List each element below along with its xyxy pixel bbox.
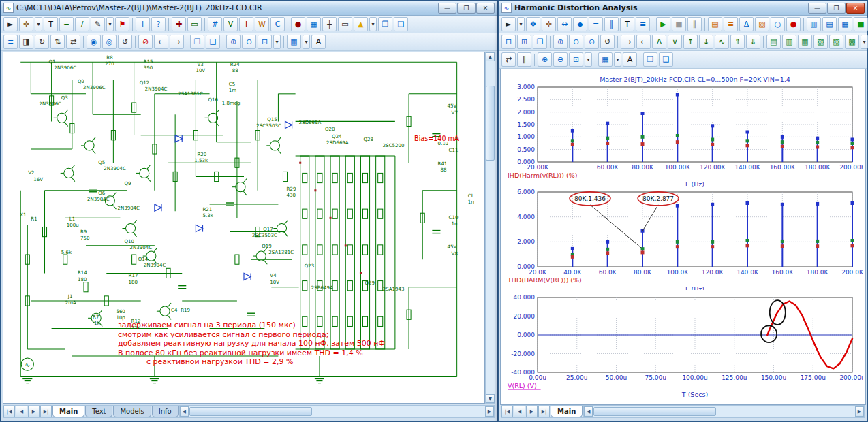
- first-page-button[interactable]: |◀: [3, 406, 15, 417]
- find-next-icon[interactable]: ◎: [102, 35, 117, 49]
- cascade-icon[interactable]: ❐: [533, 35, 547, 49]
- horizontal-tag-icon[interactable]: ═: [589, 17, 603, 31]
- run-icon[interactable]: ▶: [656, 17, 670, 31]
- flip-vertical-icon[interactable]: ⇅: [50, 35, 65, 49]
- cursor-next-icon[interactable]: →: [621, 35, 635, 49]
- minimize-button[interactable]: —: [438, 3, 456, 14]
- minimize-button[interactable]: —: [808, 3, 826, 14]
- diagonal-wire-icon[interactable]: /: [75, 17, 89, 31]
- maximize-button[interactable]: ❐: [827, 3, 846, 14]
- component-dropdown[interactable]: ▾: [35, 17, 42, 31]
- border-icon[interactable]: ▭: [338, 17, 352, 31]
- help-mode-icon[interactable]: ?: [151, 17, 166, 31]
- vertical-tag-icon[interactable]: ║: [604, 17, 619, 31]
- hatch-dropdown[interactable]: ▾: [861, 35, 868, 49]
- trace-color-icon[interactable]: ■: [854, 17, 868, 31]
- next-page-button[interactable]: ▶: [526, 406, 538, 417]
- select-icon[interactable]: ►: [3, 17, 18, 31]
- font-icon[interactable]: A: [311, 35, 326, 49]
- crosshair-icon[interactable]: ┼: [322, 17, 337, 31]
- scroll-left-icon[interactable]: ◀: [180, 406, 189, 417]
- grid-select-icon[interactable]: ▦: [598, 52, 613, 67]
- mirror-icon[interactable]: ◨: [19, 35, 33, 49]
- pin-connections-icon[interactable]: ●: [291, 17, 305, 31]
- vertical-scroll-thumb[interactable]: [486, 86, 495, 161]
- forward-icon[interactable]: →: [170, 35, 184, 49]
- schematic-canvas[interactable]: ∿Q12N3906CR8270R15390Q22N3906CQ122N3904C…: [3, 52, 485, 404]
- hatch-style-1-icon[interactable]: ▤: [766, 35, 781, 49]
- power-icon[interactable]: W: [255, 17, 269, 31]
- graphics-icon[interactable]: ✎: [91, 17, 105, 31]
- schematic-vertical-scrollbar[interactable]: ▲ ▼: [485, 52, 495, 404]
- stepping-icon[interactable]: ≡: [724, 17, 738, 31]
- tile-horizontal-icon[interactable]: ⊟: [501, 35, 516, 49]
- point-tag-icon[interactable]: ◆: [573, 17, 587, 31]
- zoom-in-icon[interactable]: ⊕: [553, 35, 568, 49]
- horizontal-grids-icon[interactable]: ▥: [807, 17, 821, 31]
- flip-horizontal-icon[interactable]: ⇄: [66, 35, 80, 49]
- go-to-peak-icon[interactable]: Λ: [652, 35, 666, 49]
- flag-icon[interactable]: ⚑: [115, 17, 129, 31]
- zoom-area-icon[interactable]: ⊡: [258, 35, 272, 49]
- sheet-list-icon[interactable]: ❑: [394, 17, 408, 31]
- schematic-horizontal-scrollbar[interactable]: ◀ ▶: [179, 406, 495, 417]
- close-button[interactable]: ✕: [846, 3, 865, 14]
- font-icon[interactable]: A: [623, 52, 637, 67]
- wire-mode-icon[interactable]: ─: [59, 17, 74, 31]
- state-variables-icon[interactable]: ▧: [755, 17, 769, 31]
- scroll-right-icon[interactable]: ▶: [485, 406, 494, 417]
- zoom-dropdown[interactable]: ▾: [273, 35, 281, 49]
- grid-dropdown[interactable]: ▾: [614, 52, 621, 67]
- grid-icon[interactable]: ▦: [307, 17, 321, 31]
- vertical-grids-icon[interactable]: ▤: [822, 17, 837, 31]
- find-icon[interactable]: ◉: [87, 35, 101, 49]
- zoom-in-icon[interactable]: ⊕: [538, 52, 552, 67]
- global-high-icon[interactable]: ⇑: [730, 35, 745, 49]
- hatch-style-6-icon[interactable]: ▩: [845, 35, 859, 49]
- display-grid-icon[interactable]: ▦: [287, 35, 301, 49]
- copy-window-icon[interactable]: ❑: [659, 52, 673, 67]
- go-to-valley-icon[interactable]: ∨: [668, 35, 682, 49]
- prev-page-button[interactable]: ◀: [514, 406, 525, 417]
- horizontal-scroll-thumb[interactable]: [593, 407, 716, 416]
- select-dropdown[interactable]: ▾: [517, 17, 525, 31]
- stop-icon[interactable]: ⊘: [138, 35, 153, 49]
- info-icon[interactable]: i: [136, 17, 150, 31]
- grid-dropdown[interactable]: ▾: [369, 17, 377, 31]
- rotate-icon[interactable]: ↻: [35, 35, 49, 49]
- go-to-high-icon[interactable]: ↑: [683, 35, 698, 49]
- horizontal-scroll-track[interactable]: [717, 406, 855, 417]
- component-icon[interactable]: ✛: [19, 17, 33, 31]
- node-numbers-icon[interactable]: #: [208, 17, 222, 31]
- schematic-titlebar[interactable]: ∿ C:\MC11\DATA\Petrov\Master-2(BJT)\Mast…: [1, 1, 497, 16]
- zoom-out-icon[interactable]: ⊖: [242, 35, 256, 49]
- text-icon[interactable]: T: [620, 17, 634, 31]
- region-select-icon[interactable]: ▭: [187, 17, 202, 31]
- last-page-button[interactable]: ▶|: [538, 406, 550, 417]
- zoom-dropdown[interactable]: ▾: [585, 52, 592, 67]
- conditions-icon[interactable]: C: [270, 17, 285, 31]
- stop-icon[interactable]: ■: [672, 17, 686, 31]
- new-sheet-icon[interactable]: ❐: [378, 17, 392, 31]
- tab-text[interactable]: Text: [85, 406, 112, 417]
- pan-icon[interactable]: ❖: [526, 17, 540, 31]
- horizontal-scroll-track[interactable]: [313, 406, 485, 417]
- repeat-icon[interactable]: ↺: [118, 35, 132, 49]
- properties-icon[interactable]: ≡: [636, 17, 650, 31]
- currents-icon[interactable]: I: [239, 17, 253, 31]
- last-page-button[interactable]: ▶|: [40, 406, 52, 417]
- scale-mode-icon[interactable]: ↔: [557, 17, 572, 31]
- tile-vertical-icon[interactable]: ⊞: [517, 35, 531, 49]
- hatch-style-5-icon[interactable]: ▨: [829, 35, 843, 49]
- copy-page-icon[interactable]: ❐: [643, 52, 657, 67]
- maximize-button[interactable]: ❐: [457, 3, 476, 14]
- tab-models[interactable]: Models: [113, 406, 151, 417]
- align-cursors-icon[interactable]: ⇄: [501, 52, 516, 67]
- graphics-dropdown[interactable]: ▾: [106, 17, 114, 31]
- tab-main[interactable]: Main: [551, 406, 583, 417]
- optimize-icon[interactable]: Δ: [739, 17, 754, 31]
- zoom-out-icon[interactable]: ⊖: [569, 35, 583, 49]
- hatch-style-2-icon[interactable]: ▥: [782, 35, 796, 49]
- pause-icon[interactable]: ∥: [687, 17, 702, 31]
- node-voltages-icon[interactable]: V: [223, 17, 238, 31]
